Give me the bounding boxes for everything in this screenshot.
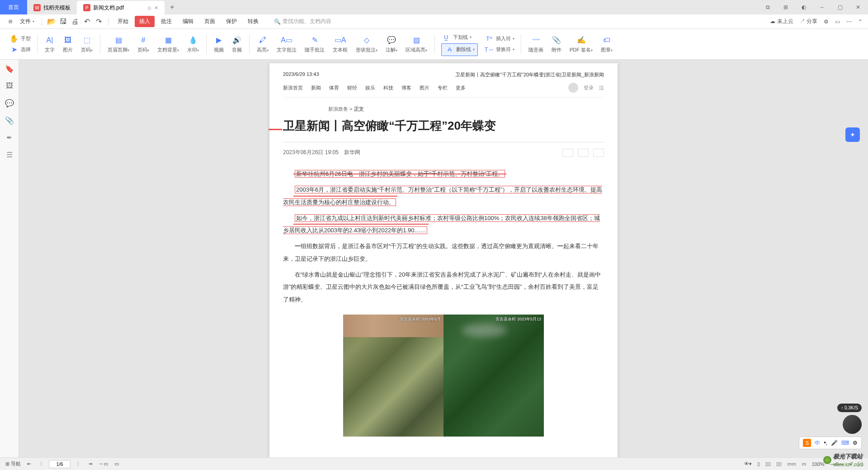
register-link[interactable]: 注 [599,85,604,91]
nav-item[interactable]: 科技 [383,85,393,91]
highlight-button[interactable]: 🖍高亮▾ [253,35,272,53]
pagecode-button[interactable]: #页码▾ [134,35,153,53]
shapeannot-button[interactable]: ◇形状批注▾ [352,35,381,53]
nav-item[interactable]: 体育 [329,85,339,91]
collapse-icon[interactable]: ⌃ [858,19,863,25]
nav-item[interactable]: 图片 [420,85,429,91]
areahl-button[interactable]: ▨区域高亮▾ [402,35,431,53]
share-box[interactable] [562,149,573,157]
nav-item[interactable]: 新闻 [311,85,321,91]
skin-icon[interactable]: ◐ [797,1,810,14]
textbg-button[interactable]: ▦文档背景▾ [154,35,183,53]
tab-edit[interactable]: 编辑 [178,16,198,27]
comment-icon[interactable]: 💬 [5,99,14,108]
share-button[interactable]: ↗ 分享 [800,18,817,25]
ime-voice-icon[interactable]: 🎤 [831,440,838,446]
fit-page-button[interactable]: ▭ [114,461,119,467]
pdfsign-button[interactable]: ✍PDF 签名▾ [566,35,596,53]
nav-toggle[interactable]: ⊞ 导航 [5,461,21,467]
tab-start[interactable]: 开始 [113,16,133,27]
share-box[interactable] [593,149,604,157]
nav-item[interactable]: 财经 [347,85,357,91]
cloud-status[interactable]: ☁ 未上云 [770,18,793,25]
last-page-button[interactable]: ⇥ [88,461,92,467]
first-page-button[interactable]: ⇤ [27,461,31,467]
close-icon[interactable]: ✕ [154,5,158,11]
view-single-icon[interactable]: ▯ [757,461,760,467]
video-button[interactable]: ▶视频 [210,35,227,53]
tab-template[interactable]: W 找稻壳模板 [27,1,77,14]
textannot-button[interactable]: A▭文字批注 [273,35,300,53]
print-icon[interactable]: 🖨 [70,17,80,27]
bookmark-icon[interactable]: 🔖 [5,64,14,73]
tab-convert[interactable]: 转换 [243,16,263,27]
attachment-icon[interactable]: 📎 [5,116,14,125]
nav-item[interactable]: 更多 [456,85,466,91]
assistant-circle[interactable] [843,415,862,434]
ime-punct-icon[interactable]: •, [824,440,827,446]
tab-annotate[interactable]: 批注 [156,16,176,27]
signature-icon[interactable]: ✒ [5,133,14,142]
grid-icon[interactable]: ⊞ [779,1,792,14]
new-tab-button[interactable]: + [165,3,179,11]
document-area[interactable]: 2023/6/29 13:43 卫星新闻丨高空俯瞰"千万工程"20年蝶变|浙江省… [19,60,868,457]
hand-tool[interactable]: ✋手型 [9,34,31,44]
replacechar-button[interactable]: T↔替换符▾ [484,45,514,55]
maximize-button[interactable]: ▢ [834,1,846,14]
page-input[interactable] [49,460,71,468]
ime-lang-icon[interactable]: 中 [815,439,820,447]
tab-protect[interactable]: 保护 [222,16,241,27]
minimize-button[interactable]: – [816,1,828,14]
ime-bar[interactable]: S 中 •, 🎤 ⌨ ⚙ [799,437,862,449]
image-button[interactable]: 🖼图片 [59,35,76,53]
open-icon[interactable]: 📂 [47,17,57,27]
redo-icon[interactable]: ↷ [94,17,104,27]
pagenum-button[interactable]: ⬚页码▾ [77,35,96,53]
tab-home[interactable]: 首页 [0,0,27,14]
assistant-button[interactable]: ✦ [845,127,860,142]
menu-icon[interactable]: ≡ [5,17,15,27]
insertchar-button[interactable]: T^插入符▾ [484,34,514,44]
watermark-button[interactable]: 💧水印▾ [184,35,203,53]
textbox-button[interactable]: ▭A文本框 [329,35,351,53]
eye-icon[interactable]: 👁▾ [744,461,752,467]
layers-icon[interactable]: ☰ [5,150,14,159]
view-continuous-icon[interactable]: ▯▯ [765,461,771,467]
ime-keyboard-icon[interactable]: ⌨ [841,440,849,446]
tab-page[interactable]: 页面 [200,16,220,27]
nav-item[interactable]: 博客 [401,85,411,91]
tab-insert[interactable]: 插入 [135,16,155,27]
stamp-button[interactable]: 🏷图章▾ [597,35,616,53]
search-box[interactable]: 🔍 查找功能、文档内容 [274,18,331,25]
draftannot-button[interactable]: ✎随手批注 [301,35,328,53]
tab-active-document[interactable]: P 新闻文档.pdf ◎ ✕ [77,1,165,14]
more-icon[interactable]: ⋯ [846,19,852,25]
feedback-icon[interactable]: ▭ [835,19,840,25]
select-tool[interactable]: ➤选择 [9,45,31,55]
next-page-button[interactable]: 〉 [77,461,82,467]
nav-item[interactable]: 专栏 [438,85,448,91]
file-menu[interactable]: 文件▾ [17,18,37,25]
save-icon[interactable]: 🖫 [58,17,68,27]
attachment-button[interactable]: 📎附件 [548,35,565,53]
layout-icon[interactable]: ⧉ [761,1,774,14]
audio-button[interactable]: 🔊音频 [228,35,245,53]
view-facing-icon[interactable]: ▯▯ [776,461,782,467]
settings-icon[interactable]: ⚙ [824,19,829,25]
strikeline-button[interactable]: A̶删除线▾ [441,43,478,56]
view-book-icon[interactable]: ▭▭ [787,461,796,467]
close-button[interactable]: ✕ [852,1,864,14]
ime-settings-icon[interactable]: ⚙ [853,440,858,446]
fit-width-button[interactable]: ↔▭ [99,461,108,467]
login-link[interactable]: 登录 [584,85,594,91]
annot-button[interactable]: 💬注解▾ [382,35,401,53]
headerfooter-button[interactable]: ▤页眉页脚▾ [104,35,133,53]
text-button[interactable]: A|文字 [41,35,58,53]
tab-menu-icon[interactable]: ◎ [147,5,151,10]
underline-button[interactable]: U̲下划线▾ [441,33,478,42]
zoom-out-button[interactable]: ▭ [802,461,806,467]
nav-item[interactable]: 娱乐 [365,85,375,91]
undo-icon[interactable]: ↶ [82,17,92,27]
nav-item[interactable]: 新浪首页 [283,85,303,91]
freedraw-button[interactable]: 〰随意画 [525,35,547,53]
